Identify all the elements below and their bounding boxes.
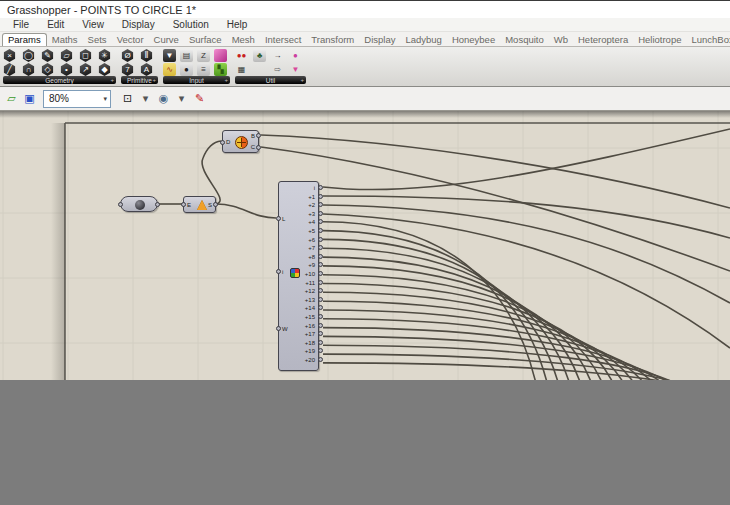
- mesh-param-icon[interactable]: ✳: [98, 49, 111, 62]
- expand-icon[interactable]: +: [152, 77, 156, 83]
- image-sampler-icon[interactable]: ▚: [214, 63, 227, 76]
- output-port[interactable]: [318, 237, 323, 242]
- menu-item-edit[interactable]: Edit: [38, 18, 73, 31]
- output-port[interactable]: [318, 323, 323, 328]
- curve-param-icon[interactable]: ✎: [41, 49, 54, 62]
- input-port[interactable]: [276, 269, 281, 274]
- tab-wb[interactable]: Wb: [549, 33, 573, 46]
- output-port[interactable]: [318, 297, 323, 302]
- output-port[interactable]: [318, 211, 323, 216]
- menu-item-solution[interactable]: Solution: [164, 18, 218, 31]
- tab-sets[interactable]: Sets: [83, 33, 112, 46]
- domain-component[interactable]: D B C: [222, 130, 259, 153]
- md-slider-icon[interactable]: Z: [197, 49, 210, 62]
- dropdown-caret[interactable]: ▾: [173, 90, 190, 107]
- line-param-icon[interactable]: ╱: [3, 63, 16, 76]
- dropdown-caret[interactable]: ▾: [137, 90, 154, 107]
- input-port[interactable]: [220, 140, 225, 145]
- output-port[interactable]: [256, 145, 261, 150]
- graph-mapper-icon[interactable]: ∿: [163, 63, 176, 76]
- boolean-param-icon[interactable]: Ø: [121, 49, 134, 62]
- tab-curve[interactable]: Curve: [149, 33, 184, 46]
- series-output-8: +8: [291, 254, 315, 260]
- input-port[interactable]: [276, 216, 281, 221]
- flask-icon[interactable]: ▼: [289, 63, 302, 76]
- sketch-button[interactable]: ✎: [191, 90, 208, 107]
- series-component[interactable]: i +1 +2 +3 +4 +5: [278, 181, 319, 371]
- data-grid-icon[interactable]: ▦: [235, 63, 248, 76]
- geometry-param-icon[interactable]: ×: [3, 49, 16, 62]
- menu-item-file[interactable]: File: [4, 18, 38, 31]
- brep-param-icon[interactable]: ◆: [98, 63, 111, 76]
- tab-intersect[interactable]: Intersect: [260, 33, 306, 46]
- zoom-level-select[interactable]: 80% ▾: [43, 90, 111, 108]
- group-label-input[interactable]: Input+: [163, 76, 230, 84]
- tab-vector[interactable]: Vector: [112, 33, 149, 46]
- output-port[interactable]: [318, 185, 323, 190]
- box-param-icon[interactable]: ◻: [79, 49, 92, 62]
- expand-icon[interactable]: +: [224, 77, 228, 83]
- output-port[interactable]: [256, 133, 261, 138]
- solid-arrow-icon[interactable]: →: [271, 49, 284, 62]
- tab-mosquito[interactable]: Mosquito: [500, 33, 549, 46]
- output-port[interactable]: [155, 202, 160, 207]
- tab-surface[interactable]: Surface: [184, 33, 227, 46]
- tab-heliotrope[interactable]: Heliotrope: [633, 33, 686, 46]
- vector-param-icon[interactable]: ↗: [79, 63, 92, 76]
- output-port[interactable]: [318, 340, 323, 345]
- expand-icon[interactable]: +: [300, 77, 304, 83]
- number-slider-icon[interactable]: ▼: [163, 49, 176, 62]
- tab-mesh[interactable]: Mesh: [227, 33, 260, 46]
- tab-params[interactable]: Params: [2, 33, 47, 46]
- zoom-extents-button[interactable]: ⊡: [119, 90, 136, 107]
- panel-icon[interactable]: ▤: [180, 49, 193, 62]
- tab-honeybee[interactable]: Honeybee: [447, 33, 500, 46]
- output-port[interactable]: [318, 357, 323, 362]
- button-icon[interactable]: ●: [180, 63, 193, 76]
- open-file-button[interactable]: ▱: [3, 90, 20, 107]
- expand-icon[interactable]: +: [110, 77, 114, 83]
- integer-param-icon[interactable]: 7: [121, 63, 134, 76]
- output-port[interactable]: [318, 194, 323, 199]
- output-port[interactable]: [318, 271, 323, 276]
- menu-item-help[interactable]: Help: [218, 18, 257, 31]
- tab-ladybug[interactable]: Ladybug: [400, 33, 446, 46]
- tab-maths[interactable]: Maths: [47, 33, 83, 46]
- group-label-util[interactable]: Util+: [235, 76, 306, 84]
- galapagos-tree-icon[interactable]: ♣: [253, 49, 266, 62]
- tab-lunchbox[interactable]: LunchBox: [686, 33, 730, 46]
- gradient-icon[interactable]: [214, 49, 227, 62]
- value-list-icon[interactable]: ≡: [197, 63, 210, 76]
- output-port[interactable]: [318, 280, 323, 285]
- arc-param-icon[interactable]: ∩: [22, 63, 35, 76]
- cluster-icon[interactable]: ●: [289, 49, 302, 62]
- menu-item-display[interactable]: Display: [113, 18, 164, 31]
- group-label-geometry[interactable]: Geometry+: [3, 76, 116, 84]
- hollow-arrow-icon[interactable]: ⇨: [271, 63, 284, 76]
- tab-transform[interactable]: Transform: [306, 33, 359, 46]
- output-port[interactable]: [318, 314, 323, 319]
- surface-param-icon[interactable]: ▱: [60, 49, 73, 62]
- sequence-component[interactable]: E S: [183, 196, 216, 213]
- tab-display[interactable]: Display: [359, 33, 400, 46]
- spacer[interactable]: [253, 63, 266, 76]
- output-port[interactable]: [318, 228, 323, 233]
- circle-param-icon[interactable]: ◯: [22, 49, 35, 62]
- point-param-icon[interactable]: •: [60, 63, 73, 76]
- output-port[interactable]: [213, 202, 218, 207]
- save-file-button[interactable]: ▣: [21, 90, 38, 107]
- point-parameter-node[interactable]: [120, 196, 158, 212]
- canvas[interactable]: E S D B C i +1: [0, 111, 730, 380]
- plane-param-icon[interactable]: ◇: [41, 63, 54, 76]
- tab-heteroptera[interactable]: Heteroptera: [573, 33, 633, 46]
- cherry-picker-icon[interactable]: ●●: [235, 49, 248, 62]
- input-port[interactable]: [181, 202, 186, 207]
- input-port[interactable]: [118, 202, 123, 207]
- text-param-icon[interactable]: A: [140, 63, 153, 76]
- menu-item-view[interactable]: View: [73, 18, 113, 31]
- output-port[interactable]: [318, 254, 323, 259]
- preview-button[interactable]: ◉: [155, 90, 172, 107]
- group-label-primitive[interactable]: Primitive+: [121, 76, 158, 84]
- input-port[interactable]: [276, 326, 281, 331]
- domain-param-icon[interactable]: Ⅱ: [140, 49, 153, 62]
